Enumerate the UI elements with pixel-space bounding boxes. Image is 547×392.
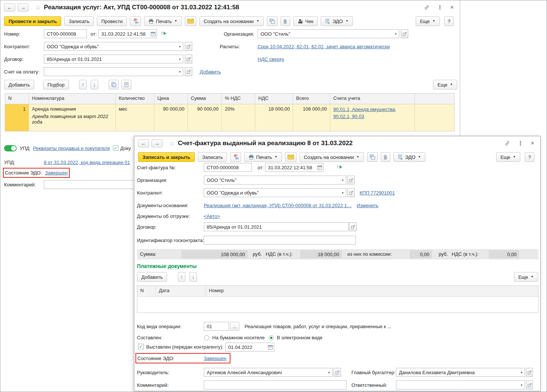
edo-button[interactable]: ЭДО▼: [321, 16, 353, 26]
post-button[interactable]: Провести: [97, 16, 127, 26]
dropdown-icon[interactable]: ▼: [177, 68, 183, 76]
more-button[interactable]: Еще▼: [416, 16, 440, 26]
attachments-button[interactable]: [281, 16, 290, 26]
paper-radio-label[interactable]: На бумажном носителе: [212, 335, 265, 340]
payments-move-up-button[interactable]: ↑: [178, 272, 186, 282]
issued-date-input[interactable]: 01.04.2022: [225, 343, 274, 352]
dropdown-icon[interactable]: ▼: [518, 381, 525, 389]
cell-amount[interactable]: 90 000,00: [188, 104, 222, 131]
fill-arrow-icon[interactable]: [161, 31, 167, 36]
gov-contract-input[interactable]: [204, 236, 356, 245]
document-date-input[interactable]: 31.03.2022 12:41:58: [98, 29, 157, 38]
accounts-link[interactable]: 90.01.1, Аренда имущества, 90.02.1, 90.0…: [333, 107, 396, 119]
fill-arrow-icon[interactable]: [337, 164, 343, 170]
manager-combo[interactable]: Артемов Алексей Александрович▼: [204, 368, 333, 377]
edo-state-link[interactable]: Завершен: [204, 356, 226, 361]
window-menu-icon[interactable]: ⋮: [437, 4, 443, 11]
responsible-combo[interactable]: ▼: [396, 380, 525, 389]
comment-input[interactable]: [44, 180, 135, 189]
electronic-radio-label[interactable]: В электронном виде: [277, 335, 322, 340]
cell-vat[interactable]: 18 000,00: [255, 104, 293, 131]
help-button[interactable]: ?: [525, 152, 534, 162]
related-documents-button[interactable]: [267, 16, 278, 26]
calendar-icon[interactable]: [266, 343, 274, 351]
cell-accounts[interactable]: 90.01.1, Аренда имущества, 90.02.1, 90.0…: [330, 104, 415, 131]
column-header-n[interactable]: N: [5, 94, 29, 104]
cell-nomenclature[interactable]: Аренда помещения Аренда помещения за мар…: [29, 104, 116, 131]
link-icon[interactable]: [424, 4, 430, 10]
column-header-n[interactable]: N: [137, 286, 156, 296]
payment-documents-section-title[interactable]: Платежные документы: [137, 263, 197, 269]
window-menu-icon[interactable]: ⋮: [518, 140, 523, 147]
favorite-star-icon[interactable]: ☆: [169, 140, 175, 147]
payments-add-button[interactable]: Добавить: [137, 272, 167, 282]
organization-open-button[interactable]: [347, 176, 355, 184]
dropdown-icon[interactable]: ▼: [177, 55, 183, 63]
column-header-amount[interactable]: Сумма: [188, 94, 222, 104]
post-and-close-button[interactable]: Провести и закрыть: [4, 16, 61, 26]
dropdown-icon[interactable]: ▼: [340, 189, 346, 197]
column-header-date[interactable]: Дата: [156, 286, 206, 296]
upd-toggle[interactable]: [4, 145, 17, 151]
dropdown-icon[interactable]: ▼: [340, 176, 346, 184]
paper-radio[interactable]: [204, 335, 209, 340]
contract-open-button[interactable]: [185, 55, 192, 63]
payments-table-body[interactable]: [137, 296, 538, 313]
contract-input[interactable]: 85/Аренда от 01.01.2021: [204, 222, 348, 231]
contract-combo[interactable]: 85/Аренда от 01.01.2021▼: [44, 55, 183, 63]
dtkt-postings-button[interactable]: ДтКт: [230, 152, 241, 162]
chief-accountant-open-button[interactable]: [526, 368, 533, 377]
contractor-combo[interactable]: ООО "Одежда и обувь"▼: [44, 42, 183, 51]
favorite-star-icon[interactable]: ☆: [35, 4, 41, 12]
chief-accountant-combo[interactable]: Данилова Елизавета Дмитриевна▼: [396, 368, 525, 377]
print-button[interactable]: Печать▼: [144, 16, 182, 26]
dropdown-icon[interactable]: ▼: [177, 42, 183, 50]
payment-invoice-combo[interactable]: ▼: [44, 67, 183, 76]
dropdown-icon[interactable]: ▼: [518, 368, 525, 376]
upd-document-link[interactable]: 8 от 31.03.2022, код вида операции 01: [44, 160, 130, 165]
column-header-quantity[interactable]: Количество: [116, 94, 154, 104]
items-more-button[interactable]: Еще▼: [433, 80, 457, 89]
payments-move-down-button[interactable]: ↓: [189, 272, 197, 282]
settlements-link[interactable]: Срок 10.04.2022, 62.01, 62.02, зачет ава…: [258, 44, 390, 49]
back-button[interactable]: ←: [4, 3, 15, 12]
column-header-vat-rate[interactable]: % НДС: [222, 94, 255, 104]
copy-row-button[interactable]: [109, 80, 119, 89]
more-button[interactable]: Еще▼: [496, 152, 520, 162]
column-header-vat[interactable]: НДС: [255, 94, 293, 104]
cell-price[interactable]: 90 000,00: [154, 104, 188, 131]
operation-code-pick-button[interactable]: ...: [230, 322, 239, 331]
edo-state-link[interactable]: Завершен: [45, 170, 68, 176]
close-icon[interactable]: ×: [531, 140, 534, 147]
document-checkbox[interactable]: ✓: [113, 145, 118, 151]
dropdown-icon[interactable]: ▼: [326, 368, 332, 376]
comment-input[interactable]: [204, 380, 347, 389]
cell-vat-rate[interactable]: 20%: [222, 104, 255, 131]
vat-on-top-link[interactable]: НДС сверху: [258, 56, 284, 62]
organization-combo[interactable]: ООО "Стиль"▼: [258, 29, 399, 38]
electronic-radio[interactable]: [269, 335, 274, 340]
edo-button[interactable]: ЭДО▼: [393, 152, 426, 162]
close-icon[interactable]: ×: [450, 4, 454, 11]
create-on-basis-button[interactable]: Создать на основании▼: [199, 16, 264, 26]
column-header-total[interactable]: Всего: [293, 94, 330, 104]
link-icon[interactable]: [504, 140, 510, 146]
change-link[interactable]: Изменить: [357, 203, 379, 208]
issued-checkbox-label[interactable]: Выставлен (передан контрагенту):: [146, 344, 223, 350]
write-button[interactable]: Записать: [64, 16, 94, 26]
issued-checkbox[interactable]: ✓: [138, 344, 144, 349]
operation-code-input[interactable]: 01: [204, 322, 229, 331]
write-button[interactable]: Записать: [198, 152, 227, 162]
column-header-accounts[interactable]: Счета учета: [330, 94, 415, 104]
contract-open-button[interactable]: [349, 222, 357, 231]
invoice-date-input[interactable]: 31.03.2022 12:41:58: [265, 163, 324, 172]
seller-buyer-requisites-link[interactable]: Реквизиты продавца и покупателя: [33, 146, 110, 151]
paste-row-button[interactable]: [121, 80, 131, 89]
send-email-button[interactable]: [185, 16, 196, 26]
calendar-icon[interactable]: [316, 163, 323, 172]
move-up-button[interactable]: ↑: [79, 80, 87, 89]
items-pick-button[interactable]: Подбор: [43, 80, 69, 89]
basis-documents-link[interactable]: Реализация (акт, накладная, УПД) СТ00-00…: [204, 203, 352, 208]
cell-quantity[interactable]: мес: [116, 104, 154, 131]
organization-combo[interactable]: ООО "Стиль"▼: [204, 176, 346, 184]
